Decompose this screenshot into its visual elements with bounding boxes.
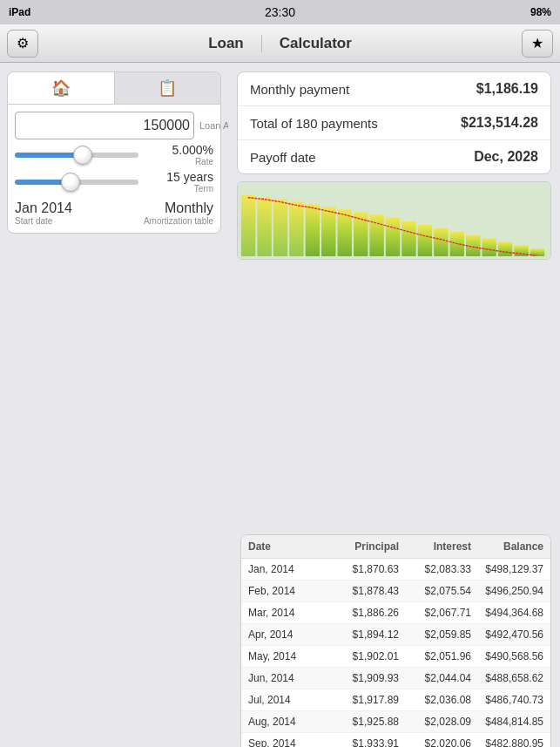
cell-balance: $492,470.56 — [471, 628, 543, 641]
rate-label: Rate — [144, 157, 213, 166]
cell-date: Feb, 2014 — [248, 585, 327, 597]
header-loan-title: Loan — [208, 35, 262, 52]
cell-balance: $490,568.56 — [471, 650, 543, 662]
cell-principal: $1,878.43 — [327, 585, 399, 597]
rate-slider-track[interactable] — [15, 153, 138, 158]
cell-principal: $1,933.91 — [327, 737, 399, 747]
cell-principal: $1,894.12 — [327, 628, 399, 641]
main-area: 🏠 📋 Loan Amount 5.000% Rate — [0, 63, 560, 531]
svg-rect-10 — [386, 218, 400, 256]
amort-value: Monthly — [144, 200, 213, 216]
cell-interest: $2,059.85 — [399, 628, 471, 641]
cell-interest: $2,075.54 — [399, 585, 471, 597]
rate-slider-thumb[interactable] — [73, 146, 92, 165]
cell-date: Aug, 2014 — [248, 716, 327, 728]
header-bar: ⚙ Loan Calculator ★ — [0, 24, 560, 63]
table-row: Feb, 2014$1,878.43$2,075.54$496,250.94 — [241, 581, 550, 602]
term-value: 15 years Term — [144, 170, 213, 194]
favorites-button[interactable]: ★ — [522, 30, 553, 58]
cell-balance: $482,880.95 — [471, 737, 543, 747]
total-value: $213,514.28 — [461, 115, 538, 131]
monthly-label: Monthly payment — [250, 82, 349, 97]
cell-principal: $1,886.26 — [327, 607, 399, 619]
cell-date: Mar, 2014 — [248, 607, 327, 619]
cell-interest: $2,044.04 — [399, 672, 471, 684]
svg-rect-4 — [289, 201, 303, 256]
svg-rect-16 — [482, 239, 496, 257]
cell-date: Sep, 2014 — [248, 737, 327, 747]
header-calculator-title: Calculator — [280, 35, 352, 52]
total-payments-row: Total of 180 payments $213,514.28 — [238, 106, 550, 140]
monthly-payment-row: Monthly payment $1,186.19 — [238, 72, 550, 106]
cell-interest: $2,067.71 — [399, 607, 471, 619]
svg-rect-8 — [354, 212, 368, 256]
chart-svg — [238, 182, 550, 259]
total-label: Total of 180 payments — [250, 116, 378, 131]
svg-rect-5 — [306, 204, 320, 256]
cell-balance: $484,814.85 — [471, 716, 543, 728]
cell-date: Jun, 2014 — [248, 672, 327, 684]
rate-value: 5.000% Rate — [144, 143, 213, 166]
cell-interest: $2,028.09 — [399, 716, 471, 728]
table-row: Apr, 2014$1,894.12$2,059.85$492,470.56 — [241, 624, 550, 646]
left-panel: 🏠 📋 Loan Amount 5.000% Rate — [0, 63, 228, 531]
cell-interest: $2,036.08 — [399, 694, 471, 706]
table-row: Jul, 2014$1,917.89$2,036.08$486,740.73 — [241, 689, 550, 711]
table-row: Mar, 2014$1,886.26$2,067.71$494,364.68 — [241, 602, 550, 624]
table-row: Sep, 2014$1,933.91$2,020.06$482,880.95 — [241, 733, 550, 747]
status-time: 23:30 — [78, 5, 482, 19]
col-principal: Principal — [327, 540, 399, 553]
cell-interest: $2,083.33 — [399, 563, 471, 575]
cell-principal: $1,902.01 — [327, 650, 399, 662]
svg-rect-19 — [530, 248, 544, 256]
svg-rect-6 — [321, 207, 335, 256]
table-header: Date Principal Interest Balance — [241, 535, 550, 559]
right-panel: Monthly payment $1,186.19 Total of 180 p… — [228, 63, 560, 531]
svg-rect-12 — [418, 225, 432, 256]
cell-interest: $2,020.06 — [399, 737, 471, 747]
cell-principal: $1,925.88 — [327, 716, 399, 728]
amortization-table: Date Principal Interest Balance Jan, 201… — [240, 534, 551, 747]
cell-principal: $1,870.63 — [327, 563, 399, 575]
payoff-date-row: Payoff date Dec, 2028 — [238, 140, 550, 173]
term-slider-thumb[interactable] — [61, 173, 80, 192]
tab-home[interactable]: 🏠 — [8, 72, 114, 104]
settings-button[interactable]: ⚙ — [7, 30, 38, 58]
svg-rect-17 — [498, 241, 512, 256]
table-row: May, 2014$1,902.01$2,051.96$490,568.56 — [241, 646, 550, 668]
cell-balance: $498,129.37 — [471, 563, 543, 575]
table-body: Jan, 2014$1,870.63$2,083.33$498,129.37Fe… — [241, 559, 550, 747]
col-balance: Balance — [471, 540, 543, 553]
cell-balance: $486,740.73 — [471, 694, 543, 706]
table-area: Date Principal Interest Balance Jan, 201… — [0, 531, 560, 747]
loan-amount-input[interactable] — [15, 112, 194, 139]
cell-date: May, 2014 — [248, 650, 327, 662]
input-panel: Loan Amount 5.000% Rate 15 years Term — [7, 104, 221, 234]
status-device: iPad — [9, 6, 78, 18]
cell-balance: $494,364.68 — [471, 607, 543, 619]
svg-rect-1 — [241, 195, 255, 256]
cell-balance: $496,250.94 — [471, 585, 543, 597]
cell-interest: $2,051.96 — [399, 650, 471, 662]
monthly-value: $1,186.19 — [476, 81, 538, 97]
cell-date: Apr, 2014 — [248, 628, 327, 641]
amort-label: Amortization table — [144, 216, 213, 226]
payoff-label: Payoff date — [250, 150, 316, 165]
cell-date: Jul, 2014 — [248, 694, 327, 706]
status-battery: 98% — [482, 6, 551, 18]
table-row: Jan, 2014$1,870.63$2,083.33$498,129.37 — [241, 559, 550, 581]
start-date-label: Start date — [15, 216, 72, 226]
col-date: Date — [248, 540, 327, 553]
term-slider-track[interactable] — [15, 180, 138, 185]
svg-rect-9 — [369, 214, 383, 256]
summary-section: Monthly payment $1,186.19 Total of 180 p… — [237, 71, 551, 174]
svg-rect-11 — [401, 221, 415, 256]
tab-table[interactable]: 📋 — [115, 72, 221, 104]
cell-principal: $1,917.89 — [327, 694, 399, 706]
svg-rect-13 — [434, 228, 448, 256]
col-interest: Interest — [399, 540, 471, 553]
cell-principal: $1,909.93 — [327, 672, 399, 684]
amortization-chart — [237, 181, 551, 260]
term-label: Term — [144, 184, 213, 194]
tab-bar: 🏠 📋 — [7, 71, 221, 104]
